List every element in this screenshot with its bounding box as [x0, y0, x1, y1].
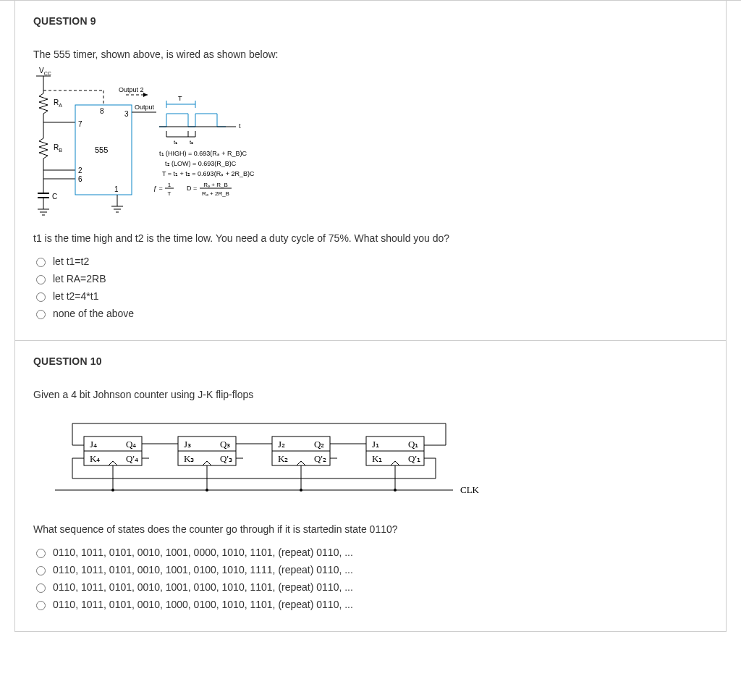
- svg-text:T: T: [168, 190, 172, 197]
- q9-option-3[interactable]: none of the above: [33, 305, 708, 322]
- svg-text:6: 6: [78, 175, 82, 183]
- q10-option-3-label: 0110, 1011, 0101, 0010, 1000, 0100, 1010…: [53, 599, 353, 610]
- q10-option-1-label: 0110, 1011, 0101, 0010, 1001, 0100, 1010…: [53, 564, 353, 575]
- svg-text:555: 555: [95, 146, 108, 154]
- svg-text:Q'₂: Q'₂: [314, 453, 326, 464]
- svg-text:Q₃: Q₃: [220, 439, 230, 450]
- question-10-block: QUESTION 10 Given a 4 bit Johnson counte…: [14, 341, 727, 632]
- q9-prompt: The 555 timer, shown above, is wired as …: [33, 49, 708, 60]
- svg-text:J₃: J₃: [184, 439, 191, 450]
- q10-radio-0[interactable]: [36, 549, 46, 558]
- svg-text:t₂ (LOW) = 0.693(R_B)C: t₂ (LOW) = 0.693(R_B)C: [165, 160, 237, 167]
- q10-radio-1[interactable]: [36, 566, 46, 575]
- svg-point-95: [111, 489, 114, 492]
- svg-text:J₂: J₂: [278, 439, 285, 450]
- svg-text:Rₐ + 2R_B: Rₐ + 2R_B: [202, 190, 229, 197]
- svg-text:Q'₁: Q'₁: [408, 453, 420, 464]
- q10-prompt: Given a 4 bit Johnson counter using J-K …: [33, 389, 708, 400]
- svg-text:Q'₃: Q'₃: [220, 453, 232, 464]
- q9-option-0-label: let t1=t2: [53, 256, 89, 267]
- svg-text:ƒ =: ƒ =: [153, 185, 163, 192]
- q10-subprompt: What sequence of states does the counter…: [33, 523, 708, 535]
- svg-text:t₁: t₁: [174, 139, 177, 146]
- svg-point-96: [206, 489, 208, 492]
- q10-option-3[interactable]: 0110, 1011, 0101, 0010, 1000, 0100, 1010…: [33, 596, 708, 613]
- svg-marker-30: [143, 93, 148, 97]
- svg-text:Q₁: Q₁: [408, 439, 418, 450]
- svg-text:Output 2: Output 2: [119, 86, 144, 93]
- svg-text:T = t₁ + t₂ = 0.693(Rₐ + 2R_B): T = t₁ + t₂ = 0.693(Rₐ + 2R_B)C: [162, 170, 255, 177]
- svg-text:2: 2: [78, 166, 82, 174]
- question-10-title: QUESTION 10: [33, 355, 708, 367]
- svg-text:CLK: CLK: [460, 484, 480, 495]
- svg-text:Q₄: Q₄: [126, 439, 136, 450]
- q9-option-0[interactable]: let t1=t2: [33, 253, 708, 270]
- q10-option-1[interactable]: 0110, 1011, 0101, 0010, 1001, 0100, 1010…: [33, 561, 708, 578]
- q9-diagram: VCC RA RB C: [33, 64, 708, 224]
- q10-option-0[interactable]: 0110, 1011, 0101, 0010, 1001, 0000, 1010…: [33, 544, 708, 561]
- q10-radio-3[interactable]: [36, 601, 46, 610]
- svg-text:8: 8: [100, 107, 104, 115]
- q10-options: 0110, 1011, 0101, 0010, 1001, 0000, 1010…: [33, 544, 708, 613]
- svg-text:T: T: [178, 95, 182, 102]
- svg-text:Output: Output: [135, 104, 155, 111]
- question-9-title: QUESTION 9: [33, 15, 708, 27]
- q9-radio-1[interactable]: [36, 275, 46, 284]
- svg-text:VCC: VCC: [39, 67, 51, 76]
- svg-text:RA: RA: [54, 98, 62, 108]
- svg-text:3: 3: [124, 110, 129, 118]
- q10-option-2[interactable]: 0110, 1011, 0101, 0010, 1001, 0100, 1010…: [33, 578, 708, 596]
- svg-text:K₁: K₁: [372, 453, 382, 464]
- svg-text:7: 7: [78, 120, 82, 128]
- svg-text:J₁: J₁: [372, 439, 379, 450]
- svg-text:Q'₄: Q'₄: [126, 453, 138, 464]
- q9-option-2[interactable]: let t2=4*t1: [33, 287, 708, 305]
- svg-text:RB: RB: [54, 143, 62, 153]
- svg-text:C: C: [52, 193, 57, 201]
- svg-text:K₂: K₂: [278, 453, 288, 464]
- q9-radio-3[interactable]: [36, 310, 46, 319]
- svg-point-97: [300, 489, 302, 492]
- q9-subprompt: t1 is the time high and t2 is the time l…: [33, 232, 708, 244]
- svg-text:1: 1: [114, 185, 119, 193]
- svg-text:D =: D =: [187, 185, 197, 192]
- svg-text:Q₂: Q₂: [314, 439, 324, 450]
- svg-text:Rₐ + R_B: Rₐ + R_B: [203, 182, 227, 188]
- q9-option-1-label: let RA=2RB: [53, 273, 106, 284]
- q10-option-2-label: 0110, 1011, 0101, 0010, 1001, 0100, 1010…: [53, 581, 353, 593]
- svg-text:K₄: K₄: [90, 453, 100, 464]
- q9-option-3-label: none of the above: [53, 308, 134, 319]
- svg-text:1: 1: [168, 182, 172, 188]
- q9-radio-0[interactable]: [36, 258, 46, 267]
- question-9-block: QUESTION 9 The 555 timer, shown above, i…: [14, 1, 727, 341]
- q10-diagram: J₄ Q₄ K₄ Q'₄ J₃ Q₃ K₃ Q'₃ J₂: [33, 409, 708, 510]
- q9-options: let t1=t2 let RA=2RB let t2=4*t1 none of…: [33, 253, 708, 322]
- svg-text:t₂: t₂: [190, 139, 193, 146]
- svg-text:t₁ (HIGH) = 0.693(Rₐ + R_B)C: t₁ (HIGH) = 0.693(Rₐ + R_B)C: [159, 150, 247, 157]
- svg-text:J₄: J₄: [90, 439, 97, 450]
- svg-text:t: t: [239, 122, 241, 130]
- q9-option-1[interactable]: let RA=2RB: [33, 270, 708, 287]
- q9-radio-2[interactable]: [36, 292, 46, 302]
- q10-option-0-label: 0110, 1011, 0101, 0010, 1001, 0000, 1010…: [53, 547, 353, 558]
- q10-radio-2[interactable]: [36, 583, 46, 593]
- svg-text:K₃: K₃: [184, 453, 194, 464]
- q9-option-2-label: let t2=4*t1: [53, 290, 98, 302]
- svg-point-98: [394, 489, 397, 492]
